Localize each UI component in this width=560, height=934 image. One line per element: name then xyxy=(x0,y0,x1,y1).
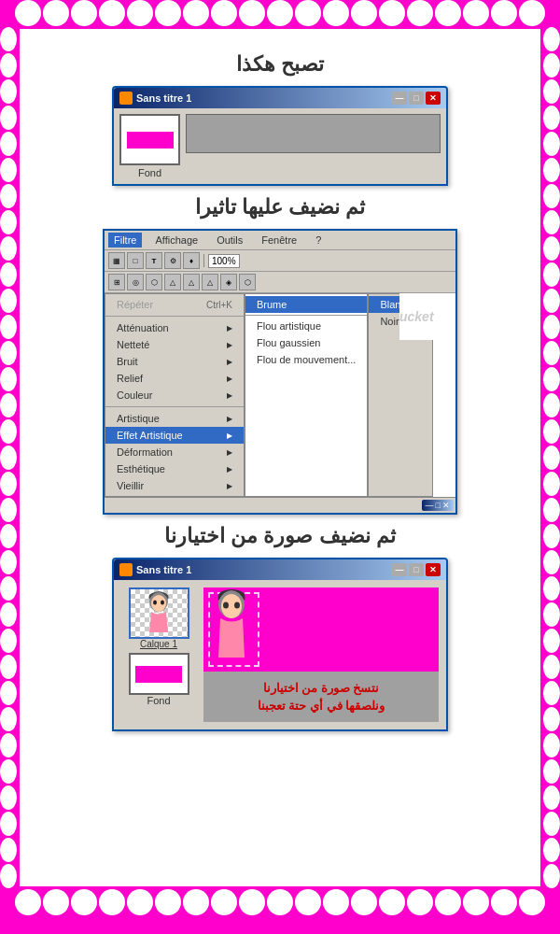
photobucket-text: ucket xyxy=(399,309,434,324)
section-3: ثم نضيف صورة من اختيارنا Sans titre 1 — … xyxy=(29,524,531,731)
win3-close-button[interactable]: ✕ xyxy=(426,563,441,576)
tool-move[interactable]: △ xyxy=(164,274,181,290)
svg-point-7 xyxy=(234,602,240,609)
tool-crop[interactable]: △ xyxy=(183,274,200,290)
layer-item-calque1: Calque 1 xyxy=(121,587,196,649)
window-1-body: Fond xyxy=(114,108,446,184)
menu-bar: Filtre Affichage Outils Fenêtre ? xyxy=(105,231,455,250)
arrow-icon: ▶ xyxy=(227,324,232,333)
scallop-side-r xyxy=(543,367,560,391)
menu-relief[interactable]: Relief ▶ xyxy=(105,370,244,387)
toolbar-icon-t[interactable]: T xyxy=(146,252,162,269)
scallop-side xyxy=(0,864,17,888)
submenu-flou-gaussien[interactable]: Flou gaussien xyxy=(245,334,367,351)
scallop-side xyxy=(0,106,17,130)
left-scallops xyxy=(0,26,17,889)
menu-affichage[interactable]: Affichage xyxy=(149,233,203,248)
toolbar-icon-3[interactable]: ⚙ xyxy=(164,252,181,269)
float-min[interactable]: — xyxy=(426,501,434,510)
calque1-thumb[interactable] xyxy=(129,587,189,639)
menu-vieillir[interactable]: Vieillir ▶ xyxy=(105,477,244,494)
svg-point-6 xyxy=(223,602,229,609)
scallop-b xyxy=(379,889,405,915)
menu-deformation[interactable]: Déformation ▶ xyxy=(105,444,244,460)
arrow-icon: ▶ xyxy=(227,415,232,423)
menu-fenetre[interactable]: Fenêtre xyxy=(256,233,302,248)
tool-brush[interactable]: ⬡ xyxy=(239,274,256,290)
scallop-side xyxy=(0,158,17,182)
menu-esthetique[interactable]: Esthétique ▶ xyxy=(105,460,244,477)
float-max[interactable]: □ xyxy=(436,501,441,510)
tool-select[interactable]: ◎ xyxy=(127,274,144,290)
submenu-flou-mouvement[interactable]: Flou de mouvement... xyxy=(245,351,367,368)
sep-1 xyxy=(105,316,244,317)
tool-fill[interactable]: ◈ xyxy=(220,274,237,290)
scallop-b xyxy=(351,889,377,915)
submenu-1: Brume Flou artistique Flou gaussien Flou… xyxy=(245,293,368,497)
win3-maximize-button[interactable]: □ xyxy=(409,563,424,576)
arabic-text-line2: ونلصقها في أي حتة تعجبنا xyxy=(258,699,385,713)
menu-couleur[interactable]: Couleur ▶ xyxy=(105,387,244,403)
arrow-icon: ▶ xyxy=(227,358,232,366)
scallop xyxy=(155,0,181,26)
titlebar-left-3: Sans titre 1 xyxy=(119,563,191,576)
fond-label: Fond xyxy=(138,167,161,178)
submenu-brume[interactable]: Brume xyxy=(245,296,367,313)
menu-repeter[interactable]: Répéter Ctrl+K xyxy=(105,296,244,313)
menu-nettete[interactable]: Netteté ▶ xyxy=(105,336,244,353)
menu-filtre[interactable]: Filtre xyxy=(108,233,142,248)
arrow-icon: ▶ xyxy=(227,448,232,457)
menu-bruit[interactable]: Bruit ▶ xyxy=(105,353,244,370)
scallop-side-r xyxy=(543,393,560,417)
window-1: Sans titre 1 — □ ✕ Fond xyxy=(112,86,448,186)
menu-effet-artistique[interactable]: Effet Artistique ▶ xyxy=(105,427,244,444)
fond-thumb[interactable] xyxy=(129,653,189,695)
scallop-side-r xyxy=(543,446,560,470)
anime-girl-svg xyxy=(138,590,180,637)
fond-column: Fond xyxy=(119,114,180,178)
scallop-side-r xyxy=(543,53,560,78)
scallop-side-r xyxy=(543,681,560,705)
scallop-side-r xyxy=(543,576,560,601)
window-icon xyxy=(119,92,133,105)
menu-attenuation[interactable]: Atténuation ▶ xyxy=(105,319,244,336)
toolbar-icon-4[interactable]: ♦ xyxy=(183,252,200,269)
float-controls: — □ ✕ xyxy=(105,497,455,513)
scallop-side-r xyxy=(543,602,560,627)
scallop-side-r xyxy=(543,655,560,679)
window-1-buttons: — □ ✕ xyxy=(392,92,441,105)
close-button[interactable]: ✕ xyxy=(426,92,441,105)
scallop-side-r xyxy=(543,864,560,888)
toolbar-icon-1[interactable]: ▦ xyxy=(108,252,125,269)
window-1-title: Sans titre 1 xyxy=(136,92,191,104)
float-close[interactable]: ✕ xyxy=(442,501,450,510)
tool-lasso[interactable]: ⬡ xyxy=(146,274,162,290)
win3-minimize-button[interactable]: — xyxy=(392,563,407,576)
scallop-side-r xyxy=(543,158,560,182)
scallop-b xyxy=(323,889,349,915)
fond-thumb-bar xyxy=(135,666,182,683)
scallop-b xyxy=(71,889,97,915)
scallop xyxy=(463,0,489,26)
maximize-button[interactable]: □ xyxy=(409,92,424,105)
menu-outils[interactable]: Outils xyxy=(211,233,248,248)
scallop-side-r xyxy=(543,341,560,365)
zoom-level[interactable]: 100% xyxy=(208,254,240,268)
scallop xyxy=(351,0,377,26)
tool-grid[interactable]: ⊞ xyxy=(108,274,125,290)
scallop-b xyxy=(519,889,545,915)
tool-text[interactable]: △ xyxy=(202,274,218,290)
section-2: ثم نضيف عليها تاثيرا Filtre Affichage Ou… xyxy=(29,195,531,515)
calque1-label[interactable]: Calque 1 xyxy=(140,639,177,649)
scallop xyxy=(183,0,209,26)
submenu-flou-artistique[interactable]: Flou artistique xyxy=(245,318,367,334)
scallop xyxy=(267,0,293,26)
toolbar-icon-2[interactable]: □ xyxy=(127,252,144,269)
minimize-button[interactable]: — xyxy=(392,92,407,105)
scallop-side-r xyxy=(543,733,560,757)
window-2: Filtre Affichage Outils Fenêtre ? ▦ □ T … xyxy=(103,229,457,515)
menu-artistique[interactable]: Artistique ▶ xyxy=(105,410,244,427)
fond-pink-bar xyxy=(127,132,174,149)
bottom-scallops xyxy=(0,889,560,915)
menu-help[interactable]: ? xyxy=(310,233,327,248)
